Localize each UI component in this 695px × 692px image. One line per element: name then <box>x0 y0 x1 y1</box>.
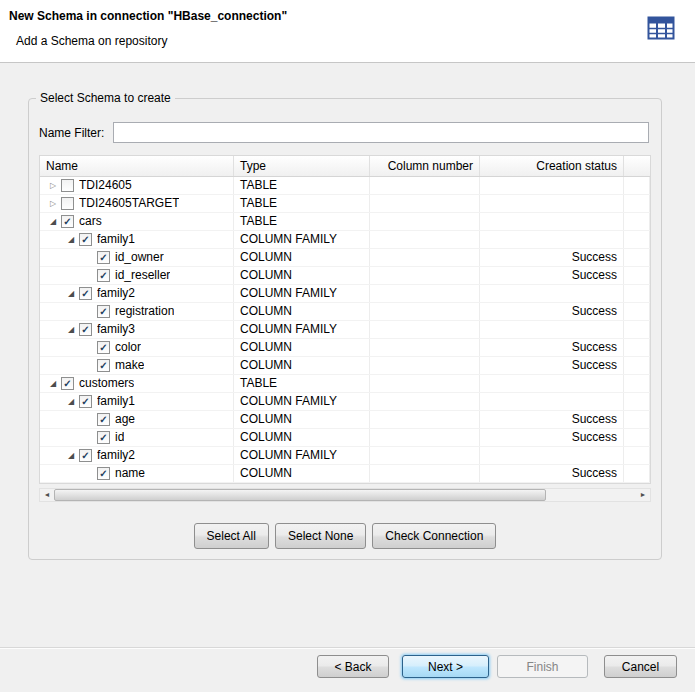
tree-row[interactable]: ◢ ✓ family2 COLUMN FAMILY <box>40 447 650 465</box>
collapse-icon[interactable]: ◢ <box>45 213 61 230</box>
row-checkbox[interactable]: ✓ <box>79 233 92 246</box>
scrollbar-thumb[interactable] <box>54 489 546 501</box>
row-checkbox[interactable] <box>61 179 74 192</box>
collapse-icon[interactable]: ◢ <box>63 231 79 248</box>
row-column-number-cell <box>370 177 480 194</box>
collapse-icon[interactable]: ◢ <box>45 375 61 392</box>
row-extra-cell <box>624 177 650 194</box>
row-extra-cell <box>624 195 650 212</box>
check-connection-button[interactable]: Check Connection <box>372 523 496 549</box>
tree-name-cell: ◢ ✓ family1 <box>40 393 234 410</box>
row-checkbox[interactable]: ✓ <box>79 449 92 462</box>
row-creation-status-cell: Success <box>480 357 624 374</box>
next-button[interactable]: Next > <box>402 655 489 678</box>
tree-name-cell: ◢ ✓ family1 <box>40 231 234 248</box>
row-extra-cell <box>624 303 650 320</box>
row-checkbox[interactable]: ✓ <box>79 395 92 408</box>
row-name-label: customers <box>79 375 134 392</box>
collapse-icon[interactable]: ◢ <box>63 447 79 464</box>
scroll-right-icon[interactable]: ► <box>636 489 650 501</box>
tree-row[interactable]: ✓ name COLUMN Success <box>40 465 650 483</box>
select-none-button[interactable]: Select None <box>275 523 366 549</box>
column-header-type[interactable]: Type <box>234 156 370 176</box>
row-checkbox[interactable]: ✓ <box>97 251 110 264</box>
indent-spacer <box>45 401 63 402</box>
cancel-button[interactable]: Cancel <box>604 655 677 678</box>
collapse-icon[interactable]: ◢ <box>63 393 79 410</box>
row-checkbox[interactable]: ✓ <box>97 359 110 372</box>
row-creation-status-cell <box>480 375 624 392</box>
tree-row[interactable]: ◢ ✓ family1 COLUMN FAMILY <box>40 393 650 411</box>
page-subtitle: Add a Schema on repository <box>16 34 167 48</box>
row-checkbox[interactable]: ✓ <box>97 467 110 480</box>
tree-row[interactable]: ◢ ✓ family2 COLUMN FAMILY <box>40 285 650 303</box>
row-name-label: id_owner <box>115 249 164 266</box>
select-all-button[interactable]: Select All <box>194 523 269 549</box>
row-checkbox[interactable]: ✓ <box>61 215 74 228</box>
tree-row[interactable]: ✓ age COLUMN Success <box>40 411 650 429</box>
row-checkbox[interactable]: ✓ <box>79 323 92 336</box>
row-creation-status-cell: Success <box>480 339 624 356</box>
row-checkbox[interactable]: ✓ <box>61 377 74 390</box>
page-title: New Schema in connection "HBase_connecti… <box>9 9 287 23</box>
tree-row[interactable]: ◢ ✓ family1 COLUMN FAMILY <box>40 231 650 249</box>
row-type-cell: COLUMN <box>234 357 370 374</box>
finish-button: Finish <box>497 655 588 678</box>
expand-icon[interactable]: ▷ <box>45 195 61 212</box>
tree-row[interactable]: ✓ id COLUMN Success <box>40 429 650 447</box>
row-name-label: family2 <box>97 285 135 302</box>
collapse-icon[interactable]: ◢ <box>63 321 79 338</box>
tree-row[interactable]: ✓ registration COLUMN Success <box>40 303 650 321</box>
row-column-number-cell <box>370 267 480 284</box>
row-column-number-cell <box>370 249 480 266</box>
group-label: Select Schema to create <box>36 91 175 105</box>
row-checkbox[interactable]: ✓ <box>97 269 110 282</box>
row-checkbox[interactable]: ✓ <box>97 431 110 444</box>
column-header-creation-status[interactable]: Creation status <box>480 156 624 176</box>
row-column-number-cell <box>370 447 480 464</box>
horizontal-scrollbar[interactable]: ◄ ► <box>39 488 651 502</box>
indent-spacer <box>45 455 63 456</box>
scroll-left-icon[interactable]: ◄ <box>40 489 54 501</box>
tree-row[interactable]: ▷ TDI24605TARGET TABLE <box>40 195 650 213</box>
row-checkbox[interactable]: ✓ <box>79 287 92 300</box>
tree-row[interactable]: ✓ id_owner COLUMN Success <box>40 249 650 267</box>
indent-spacer <box>45 437 81 438</box>
schema-tree-table: Name Type Column number Creation status … <box>39 155 651 484</box>
tree-row[interactable]: ◢ ✓ family3 COLUMN FAMILY <box>40 321 650 339</box>
collapse-icon[interactable]: ◢ <box>63 285 79 302</box>
row-name-label: make <box>115 357 144 374</box>
tree-row[interactable]: ▷ TDI24605 TABLE <box>40 177 650 195</box>
tree-row[interactable]: ◢ ✓ cars TABLE <box>40 213 650 231</box>
tree-row[interactable]: ◢ ✓ customers TABLE <box>40 375 650 393</box>
row-column-number-cell <box>370 375 480 392</box>
row-column-number-cell <box>370 393 480 410</box>
row-checkbox[interactable]: ✓ <box>97 305 110 318</box>
tree-name-cell: ◢ ✓ family3 <box>40 321 234 338</box>
back-button[interactable]: < Back <box>317 655 389 678</box>
row-type-cell: COLUMN FAMILY <box>234 393 370 410</box>
row-checkbox[interactable] <box>61 197 74 210</box>
row-creation-status-cell <box>480 195 624 212</box>
tree-row[interactable]: ✓ make COLUMN Success <box>40 357 650 375</box>
tree-body: ▷ TDI24605 TABLE ▷ TDI24605TARGET TABLE … <box>40 177 650 483</box>
footer-separator <box>0 647 695 649</box>
row-type-cell: COLUMN <box>234 339 370 356</box>
row-checkbox[interactable]: ✓ <box>97 413 110 426</box>
column-header-name[interactable]: Name <box>40 156 234 176</box>
tree-row[interactable]: ✓ id_reseller COLUMN Success <box>40 267 650 285</box>
row-column-number-cell <box>370 339 480 356</box>
row-creation-status-cell <box>480 393 624 410</box>
select-schema-group: Select Schema to create Name Filter: Nam… <box>28 98 662 560</box>
row-checkbox[interactable]: ✓ <box>97 341 110 354</box>
row-column-number-cell <box>370 465 480 482</box>
wizard-header: New Schema in connection "HBase_connecti… <box>0 0 695 63</box>
row-name-label: family1 <box>97 231 135 248</box>
row-column-number-cell <box>370 411 480 428</box>
expand-icon[interactable]: ▷ <box>45 177 61 194</box>
name-filter-input[interactable] <box>113 122 649 143</box>
tree-row[interactable]: ✓ color COLUMN Success <box>40 339 650 357</box>
tree-name-cell: ◢ ✓ customers <box>40 375 234 392</box>
indent-spacer <box>45 347 81 348</box>
column-header-column-number[interactable]: Column number <box>370 156 480 176</box>
